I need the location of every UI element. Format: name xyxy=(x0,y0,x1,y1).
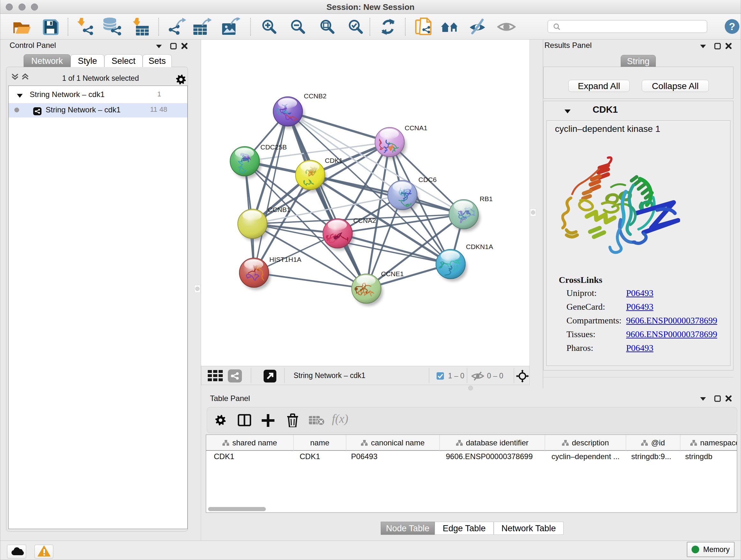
svg-text:CCNB1: CCNB1 xyxy=(268,206,290,213)
svg-text:CDK1: CDK1 xyxy=(325,157,343,164)
svg-text:CCNA1: CCNA1 xyxy=(405,124,427,132)
svg-text:?: ? xyxy=(729,21,735,32)
svg-text:HIST1H1A: HIST1H1A xyxy=(269,256,301,263)
svg-text:RB1: RB1 xyxy=(480,195,493,202)
svg-text:CCNA2: CCNA2 xyxy=(353,217,376,224)
svg-text:CDC25B: CDC25B xyxy=(260,143,287,151)
svg-text:CCNB2: CCNB2 xyxy=(304,92,327,100)
svg-text:CDKN1A: CDKN1A xyxy=(466,243,493,250)
svg-text:CDC6: CDC6 xyxy=(418,176,436,183)
svg-text:CCNE1: CCNE1 xyxy=(381,270,404,277)
